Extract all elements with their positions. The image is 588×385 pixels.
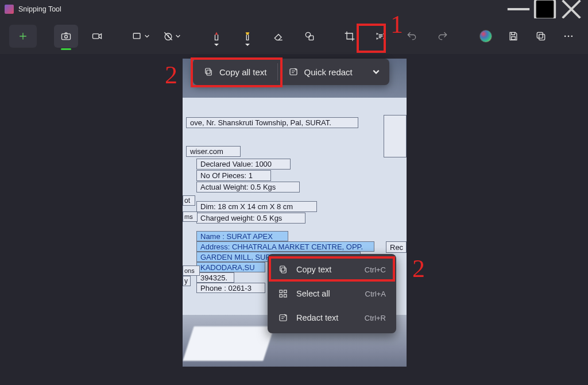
svg-rect-1 (62, 34, 71, 40)
svg-rect-4 (133, 33, 140, 38)
svg-rect-9 (539, 34, 545, 40)
svg-point-13 (571, 36, 573, 37)
window-title: Snipping Tool (18, 5, 61, 13)
receipt-text: Name : SURAT APEX (196, 231, 288, 241)
context-copy-text-shortcut: Ctrl+C (365, 265, 386, 274)
svg-rect-0 (535, 0, 555, 19)
context-copy-text-label: Copy text (296, 265, 331, 274)
context-menu: Copy text Ctrl+C Select all Ctrl+A Redac… (268, 254, 396, 333)
svg-rect-18 (280, 266, 285, 271)
copy-icon (278, 264, 288, 275)
quick-redact-button[interactable]: Quick redact (278, 59, 363, 85)
context-select-all-label: Select all (296, 289, 330, 298)
chevron-down-icon (372, 68, 380, 76)
shapes-tool-button[interactable] (297, 25, 322, 48)
receipt-text: ot (183, 195, 195, 206)
close-button[interactable] (558, 0, 585, 18)
palette-icon (479, 30, 492, 43)
receipt-text: Address: CHHATRALA MARKET CENTRE, OPP. (196, 241, 374, 252)
receipt-text: ove, Nr. Shanskruti Township, Pal, SURAT… (186, 117, 358, 128)
svg-rect-22 (284, 295, 287, 298)
quick-redact-label: Quick redact (304, 67, 353, 77)
app-icon (5, 5, 14, 14)
text-action-bar: Copy all text Quick redact (193, 59, 389, 85)
context-select-all-shortcut: Ctrl+A (365, 290, 386, 298)
redo-button[interactable] (431, 25, 455, 48)
eraser-tool-button[interactable] (266, 25, 291, 48)
more-button[interactable] (558, 25, 579, 48)
redact-icon (278, 313, 288, 323)
context-redact-text[interactable]: Redact text Ctrl+R (271, 306, 393, 330)
undo-button[interactable] (400, 25, 424, 48)
text-actions-button[interactable] (369, 25, 393, 48)
svg-rect-20 (284, 290, 287, 293)
svg-point-12 (568, 36, 570, 37)
receipt-text (384, 115, 407, 157)
redact-icon (288, 67, 299, 77)
svg-rect-10 (537, 32, 543, 38)
context-select-all[interactable]: Select all Ctrl+A (271, 282, 393, 306)
minimize-button[interactable] (505, 0, 532, 18)
svg-rect-14 (207, 70, 211, 75)
svg-rect-21 (280, 295, 283, 298)
svg-point-6 (305, 32, 310, 37)
edit-in-paint-button[interactable] (475, 25, 496, 48)
receipt-text: ons (183, 265, 200, 276)
svg-rect-3 (93, 34, 99, 38)
receipt-text: No Of Pieces: 1 (196, 170, 271, 181)
svg-point-2 (65, 35, 68, 38)
receipt-text: wiser.com (186, 146, 241, 157)
copy-button[interactable] (531, 25, 551, 48)
delay-button[interactable] (160, 25, 184, 48)
svg-point-11 (564, 36, 566, 37)
receipt-text: KADODARA,SU (196, 262, 265, 272)
receipt-text: Declared Value: 1000 (196, 159, 291, 170)
pen-tool-button[interactable] (204, 25, 229, 48)
svg-rect-17 (281, 268, 286, 273)
receipt-text: y (183, 276, 191, 286)
snip-mode-camera-button[interactable] (54, 25, 78, 48)
receipt-text: Rec (386, 241, 407, 253)
toolbar (0, 18, 588, 54)
record-mode-button[interactable] (85, 25, 109, 48)
copy-all-text-label: Copy all text (219, 67, 267, 77)
receipt-text: 394325. (196, 272, 234, 283)
new-snip-button[interactable] (9, 25, 37, 48)
svg-rect-19 (280, 290, 283, 293)
snip-shape-button[interactable] (129, 25, 153, 48)
select-all-icon (278, 288, 288, 299)
canvas-area: ove, Nr. Shanskruti Township, Pal, SURAT… (0, 54, 588, 385)
highlighter-tool-button[interactable] (235, 25, 260, 48)
receipt-text: Charged weight: 0.5 Kgs (196, 213, 305, 224)
context-redact-label: Redact text (296, 313, 338, 322)
maximize-button[interactable] (532, 0, 558, 18)
receipt-text: Dim: 18 cm X 14 cm X 8 cm (196, 201, 317, 212)
context-copy-text[interactable]: Copy text Ctrl+C (271, 257, 393, 282)
quick-redact-dropdown[interactable] (363, 59, 389, 85)
copy-icon (203, 67, 214, 77)
receipt-text: Actual Weight: 0.5 Kgs (196, 182, 300, 192)
context-redact-shortcut: Ctrl+R (365, 314, 386, 322)
receipt-text: ms (183, 211, 198, 222)
titlebar: Snipping Tool (0, 0, 588, 18)
receipt-text: Phone : 0261-3 (196, 283, 265, 293)
svg-rect-8 (512, 37, 516, 40)
svg-rect-15 (206, 68, 210, 74)
save-button[interactable] (503, 25, 524, 48)
crop-button[interactable] (338, 25, 362, 48)
copy-all-text-button[interactable]: Copy all text (193, 59, 277, 85)
